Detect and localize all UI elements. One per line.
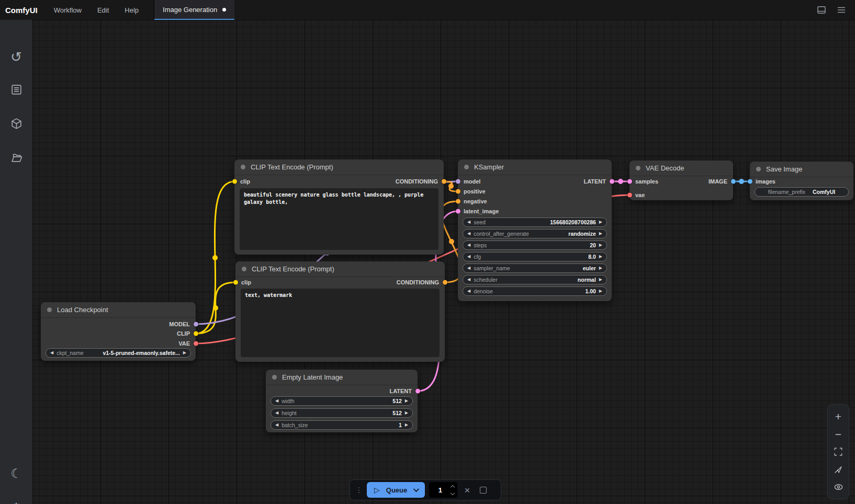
widget-seed[interactable]: ◀ seed 156680208700286 ▶ [463, 217, 607, 227]
widget-batch-size[interactable]: ◀ batch_size 1 ▶ [271, 420, 413, 430]
menu-help[interactable]: Help [117, 0, 147, 20]
node-vae-decode: VAE Decode samples IMAGE vae [629, 161, 733, 200]
widget-arrow-left-icon[interactable]: ◀ [275, 399, 278, 403]
slot-dot-conditioning[interactable] [443, 280, 447, 285]
widget-arrow-right-icon[interactable]: ▶ [599, 278, 602, 282]
slot-dot-clip[interactable] [233, 280, 238, 285]
app-logo[interactable]: ComfyUI [0, 0, 46, 20]
collapse-dot[interactable] [272, 375, 277, 380]
toggle-link-visibility-button[interactable] [832, 480, 845, 493]
node-header[interactable]: CLIP Text Encode (Prompt) [235, 261, 445, 277]
sidebar-item-history[interactable]: ↺ [0, 45, 32, 68]
widget-arrow-left-icon[interactable]: ◀ [275, 411, 278, 415]
slot-dot-clip[interactable] [194, 331, 198, 336]
node-header[interactable]: CLIP Text Encode (Prompt) [234, 159, 444, 175]
queue-button[interactable]: ▷ Queue [367, 482, 425, 498]
slot-dot-vae[interactable] [627, 193, 632, 198]
spinner-down-icon[interactable] [451, 490, 455, 495]
widget-sampler-name[interactable]: ◀ sampler_name euler ▶ [463, 264, 607, 273]
node-header[interactable]: Save Image [750, 162, 853, 177]
widget-scheduler[interactable]: ◀ scheduler normal ▶ [463, 275, 607, 284]
slot-dot-positive[interactable] [456, 189, 460, 194]
widget-arrow-left-icon[interactable]: ◀ [467, 278, 470, 282]
node-graph-canvas[interactable] [32, 20, 855, 504]
drag-handle-icon[interactable]: ⋮ [355, 486, 363, 494]
widget-arrow-left-icon[interactable]: ◀ [467, 243, 470, 247]
zoom-out-button[interactable]: − [832, 428, 845, 440]
prompt-textarea[interactable]: beautiful scenery nature glass bottle la… [240, 188, 438, 250]
sidebar: ↺ ☾ ⚙ [0, 20, 32, 504]
widget-arrow-right-icon[interactable]: ▶ [599, 232, 602, 236]
zoom-in-button[interactable]: + [832, 410, 845, 423]
sidebar-item-workflows[interactable] [0, 146, 32, 169]
widget-arrow-right-icon[interactable]: ▶ [599, 220, 602, 224]
node-header[interactable]: Empty Latent Image [266, 370, 418, 385]
widget-cfg[interactable]: ◀ cfg 8.0 ▶ [463, 252, 607, 261]
clear-queue-icon[interactable]: × [462, 485, 473, 495]
sidebar-item-node-library[interactable] [0, 112, 32, 135]
widget-filename-prefix[interactable]: filename_prefix ComfyUI [755, 187, 849, 197]
widget-arrow-right-icon[interactable]: ▶ [405, 399, 408, 403]
widget-height[interactable]: ◀ height 512 ▶ [271, 408, 413, 418]
select-mode-button[interactable] [832, 463, 845, 476]
widget-arrow-right-icon[interactable]: ▶ [599, 255, 602, 259]
tab-image-generation[interactable]: Image Generation [154, 0, 234, 20]
node-header[interactable]: Load Checkpoint [41, 302, 196, 318]
widget-arrow-left-icon[interactable]: ◀ [467, 266, 470, 270]
widget-arrow-left-icon[interactable]: ◀ [467, 255, 470, 259]
batch-count-input[interactable]: 1 [429, 482, 457, 498]
node-clip-text-encode-positive: CLIP Text Encode (Prompt) clip CONDITION… [234, 159, 444, 255]
widget-arrow-left-icon[interactable]: ◀ [50, 351, 53, 355]
widget-arrow-left-icon[interactable]: ◀ [467, 220, 470, 224]
node-header[interactable]: VAE Decode [629, 161, 733, 176]
sidebar-item-queue[interactable] [0, 78, 32, 101]
fit-view-button[interactable] [832, 445, 845, 458]
node-ksampler: KSampler model LATENT positive negative … [458, 159, 612, 301]
slot-dot-model[interactable] [456, 179, 460, 184]
widget-ckpt-name[interactable]: ◀ ckpt_name v1-5-pruned-emaonly.safete..… [46, 348, 191, 358]
widget-arrow-left-icon[interactable]: ◀ [467, 289, 470, 293]
slot-dot-latent-image[interactable] [456, 209, 460, 214]
menu-workflow[interactable]: Workflow [46, 0, 89, 20]
slot-dot-latent[interactable] [610, 179, 614, 184]
stop-icon[interactable] [480, 487, 487, 494]
settings-button[interactable]: ⚙ [0, 496, 32, 504]
slot-dot-clip[interactable] [232, 179, 237, 184]
widget-steps[interactable]: ◀ steps 20 ▶ [463, 240, 607, 250]
slot-dot-images[interactable] [748, 179, 752, 184]
widget-denoise[interactable]: ◀ denoise 1.00 ▶ [463, 287, 607, 296]
theme-toggle-button[interactable]: ☾ [0, 462, 32, 485]
prompt-textarea[interactable]: text, watermark [241, 289, 440, 357]
collapse-dot[interactable] [241, 165, 245, 169]
widget-arrow-right-icon[interactable]: ▶ [183, 351, 186, 355]
widget-arrow-right-icon[interactable]: ▶ [405, 411, 408, 415]
widget-arrow-right-icon[interactable]: ▶ [599, 266, 602, 270]
widget-arrow-right-icon[interactable]: ▶ [599, 289, 602, 293]
widget-arrow-right-icon[interactable]: ▶ [405, 423, 408, 427]
slot-dot-image[interactable] [731, 179, 736, 184]
slot-dot-conditioning[interactable] [442, 179, 446, 184]
slot-dot-vae[interactable] [194, 341, 198, 346]
collapse-dot[interactable] [464, 165, 469, 169]
bottom-panel-toggle-button[interactable] [815, 4, 828, 16]
spinner-up-icon[interactable] [451, 485, 455, 489]
output-label-latent: LATENT [389, 388, 412, 394]
queue-bar: ⋮ ▷ Queue 1 × [350, 479, 501, 500]
widget-control-after-generate[interactable]: ◀ control_after_generate randomize ▶ [463, 229, 607, 238]
widget-arrow-left-icon[interactable]: ◀ [467, 232, 470, 236]
collapse-dot[interactable] [47, 307, 52, 312]
slot-dot-samples[interactable] [627, 179, 632, 184]
collapse-dot[interactable] [242, 267, 246, 271]
collapse-dot[interactable] [636, 166, 640, 170]
chevron-down-icon[interactable] [413, 486, 419, 492]
slot-dot-model[interactable] [194, 322, 198, 327]
slot-dot-negative[interactable] [456, 199, 460, 204]
widget-arrow-right-icon[interactable]: ▶ [599, 243, 602, 247]
menu-edit[interactable]: Edit [89, 0, 117, 20]
node-header[interactable]: KSampler [458, 159, 612, 175]
hamburger-menu-button[interactable] [835, 4, 848, 16]
widget-width[interactable]: ◀ width 512 ▶ [271, 396, 413, 406]
collapse-dot[interactable] [756, 167, 761, 171]
slot-dot-latent[interactable] [415, 389, 420, 394]
widget-arrow-left-icon[interactable]: ◀ [275, 423, 278, 427]
